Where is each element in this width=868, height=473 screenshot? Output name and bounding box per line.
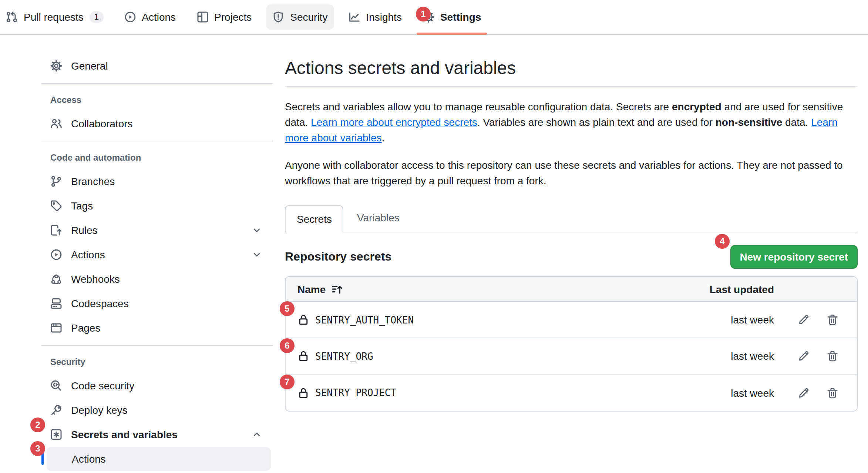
main-content: Actions secrets and variables Secrets an… bbox=[285, 0, 858, 412]
sidebar-item-secrets-and-variables[interactable]: Secrets and variables bbox=[41, 423, 273, 446]
sidebar-divider bbox=[41, 345, 273, 346]
last-updated-column-header: Last updated bbox=[685, 283, 774, 295]
secret-last-updated: last week bbox=[685, 387, 774, 399]
nav-tab-actions[interactable]: Actions bbox=[118, 4, 182, 30]
sidebar-section-security: Security bbox=[41, 357, 273, 367]
nav-tab-pull-requests[interactable]: Pull requests 1 bbox=[0, 4, 109, 30]
table-icon bbox=[196, 11, 208, 23]
nav-tab-label: Actions bbox=[142, 11, 176, 23]
edit-secret-button[interactable] bbox=[798, 350, 810, 362]
pencil-icon bbox=[798, 350, 810, 362]
delete-secret-button[interactable] bbox=[827, 350, 838, 362]
sidebar-item-codespaces[interactable]: Codespaces bbox=[41, 292, 273, 315]
sidebar-item-label: Branches bbox=[71, 175, 115, 187]
sidebar-item-label: Collaborators bbox=[71, 117, 133, 129]
sidebar-item-label: Actions bbox=[71, 248, 105, 260]
gear-icon bbox=[50, 60, 62, 71]
secret-row: SENTRY_AUTH_TOKEN last week bbox=[286, 302, 857, 338]
intro-bold-encrypted: encrypted bbox=[672, 101, 721, 113]
secret-name: SENTRY_PROJECT bbox=[315, 387, 396, 398]
nav-tab-label: Pull requests bbox=[24, 11, 84, 23]
annotation-badge-5: 5 bbox=[280, 301, 295, 316]
sidebar-divider bbox=[41, 141, 273, 141]
sidebar-section-code-automation: Code and automation bbox=[41, 152, 273, 163]
repository-secrets-heading: Repository secrets bbox=[285, 250, 391, 264]
sidebar-item-actions[interactable]: Actions bbox=[41, 243, 273, 266]
secret-row-actions bbox=[774, 314, 857, 326]
secret-name: SENTRY_ORG bbox=[315, 350, 373, 362]
play-circle-icon bbox=[124, 11, 136, 23]
sidebar-item-label: Pages bbox=[71, 322, 100, 333]
tab-secrets[interactable]: Secrets bbox=[285, 205, 344, 232]
sidebar-item-label: Webhooks bbox=[71, 273, 120, 285]
secret-row: SENTRY_PROJECT last week bbox=[286, 375, 857, 411]
github-settings-page: Pull requests 1 Actions Projects Securit… bbox=[0, 0, 868, 473]
sidebar-section-access: Access bbox=[41, 95, 273, 105]
sidebar-item-label: Code security bbox=[71, 379, 134, 391]
secret-name-cell: SENTRY_AUTH_TOKEN bbox=[286, 314, 685, 326]
intro-text: Secrets and variables allow you to manag… bbox=[285, 99, 858, 189]
rules-icon bbox=[50, 224, 62, 236]
new-repository-secret-button[interactable]: New repository secret bbox=[730, 245, 858, 269]
asterisk-box-icon bbox=[50, 428, 62, 440]
sidebar-item-label: Rules bbox=[71, 224, 98, 236]
tag-icon bbox=[50, 199, 62, 211]
sidebar-item-webhooks[interactable]: Webhooks bbox=[41, 267, 273, 290]
annotation-badge-7: 7 bbox=[280, 375, 295, 389]
pencil-icon bbox=[798, 314, 810, 326]
sidebar-item-collaborators[interactable]: Collaborators bbox=[41, 112, 273, 135]
delete-secret-button[interactable] bbox=[827, 314, 838, 326]
sidebar-item-label: Secrets and variables bbox=[71, 428, 178, 440]
name-column-header[interactable]: Name bbox=[286, 283, 685, 295]
link-encrypted-secrets[interactable]: Learn more about encrypted secrets bbox=[311, 116, 477, 128]
sidebar-item-deploy-keys[interactable]: Deploy keys bbox=[41, 398, 273, 421]
sidebar-item-rules[interactable]: Rules bbox=[41, 218, 273, 241]
page-title: Actions secrets and variables bbox=[285, 57, 858, 79]
nav-tab-projects[interactable]: Projects bbox=[191, 4, 258, 30]
delete-secret-button[interactable] bbox=[827, 387, 838, 399]
sidebar-item-label: Tags bbox=[71, 199, 93, 211]
sidebar-item-tags[interactable]: Tags bbox=[41, 194, 273, 217]
people-icon bbox=[50, 117, 62, 129]
sidebar-item-branches[interactable]: Branches bbox=[41, 170, 273, 192]
annotation-badge-1: 1 bbox=[416, 7, 431, 21]
codespaces-icon bbox=[50, 297, 62, 309]
intro-paragraph-1: Secrets and variables allow you to manag… bbox=[285, 99, 844, 146]
secret-name-cell: SENTRY_PROJECT bbox=[286, 387, 685, 399]
key-icon bbox=[50, 404, 62, 416]
sidebar-subitem-actions-secrets[interactable]: Actions bbox=[47, 447, 271, 471]
tab-label: Secrets bbox=[297, 213, 332, 225]
sidebar-subitem-label: Actions bbox=[72, 453, 106, 465]
name-header-label: Name bbox=[297, 283, 326, 295]
secret-name-cell: SENTRY_ORG bbox=[286, 350, 685, 362]
annotation-badge-6: 6 bbox=[280, 338, 295, 353]
tab-variables[interactable]: Variables bbox=[344, 204, 413, 232]
play-circle-icon bbox=[50, 248, 62, 260]
nav-tab-label: Projects bbox=[214, 11, 252, 23]
chevron-down-icon bbox=[252, 225, 261, 234]
sidebar-item-general[interactable]: General bbox=[41, 54, 273, 77]
intro-text-segment: . bbox=[382, 132, 385, 144]
trash-icon bbox=[827, 387, 838, 399]
sidebar-item-pages[interactable]: Pages bbox=[41, 316, 273, 339]
chevron-down-icon bbox=[252, 250, 261, 259]
tab-label: Variables bbox=[357, 212, 400, 224]
trash-icon bbox=[827, 350, 838, 362]
intro-paragraph-2: Anyone with collaborator access to this … bbox=[285, 158, 844, 189]
browser-icon bbox=[50, 322, 62, 333]
secret-last-updated: last week bbox=[685, 314, 774, 326]
secrets-variables-tabs: Secrets Variables bbox=[285, 204, 858, 232]
webhook-icon bbox=[50, 273, 62, 285]
intro-bold-non-sensitive: non-sensitive bbox=[716, 116, 783, 128]
edit-secret-button[interactable] bbox=[798, 387, 810, 399]
sort-ascending-icon bbox=[332, 283, 343, 295]
sidebar-item-label: General bbox=[71, 60, 108, 71]
sidebar-item-code-security[interactable]: Code security bbox=[41, 374, 273, 397]
pull-requests-counter: 1 bbox=[90, 11, 103, 23]
lock-icon bbox=[297, 350, 309, 362]
lock-icon bbox=[297, 387, 309, 399]
annotation-badge-3: 3 bbox=[30, 441, 45, 456]
secret-name: SENTRY_AUTH_TOKEN bbox=[315, 314, 414, 325]
edit-secret-button[interactable] bbox=[798, 314, 810, 326]
sidebar-item-label: Deploy keys bbox=[71, 404, 128, 416]
